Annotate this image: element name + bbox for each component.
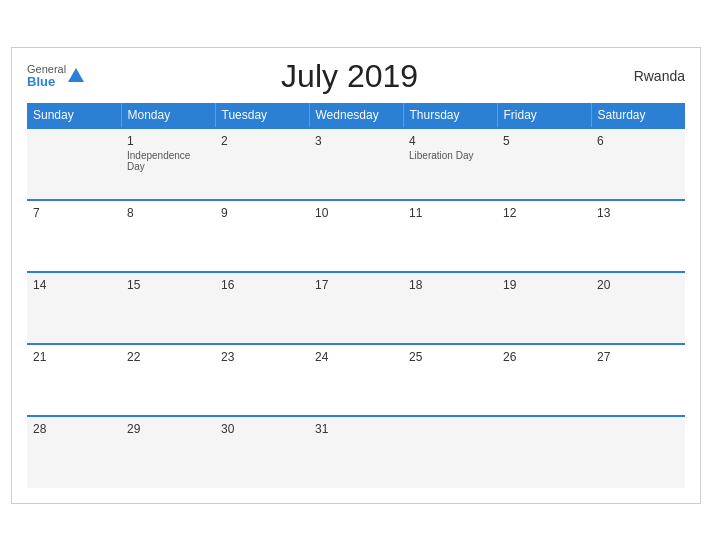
day-number: 7 [33,206,115,220]
calendar-body: 1Independence Day234Liberation Day567891… [27,128,685,488]
day-number: 28 [33,422,115,436]
calendar-week-row: 78910111213 [27,200,685,272]
day-number: 18 [409,278,491,292]
day-number: 15 [127,278,209,292]
header-monday: Monday [121,103,215,128]
calendar-day-cell [591,416,685,488]
calendar-day-cell: 21 [27,344,121,416]
calendar-day-cell: 17 [309,272,403,344]
day-number: 4 [409,134,491,148]
logo-blue-text: Blue [27,75,66,89]
header-saturday: Saturday [591,103,685,128]
calendar-header: General Blue July 2019 Rwanda [27,58,685,95]
calendar-week-row: 28293031 [27,416,685,488]
day-number: 14 [33,278,115,292]
calendar-day-cell: 25 [403,344,497,416]
calendar-day-cell: 18 [403,272,497,344]
calendar-day-cell: 20 [591,272,685,344]
calendar-day-cell: 14 [27,272,121,344]
day-number: 24 [315,350,397,364]
day-number: 21 [33,350,115,364]
day-number: 6 [597,134,679,148]
header-friday: Friday [497,103,591,128]
header-sunday: Sunday [27,103,121,128]
weekday-header-row: Sunday Monday Tuesday Wednesday Thursday… [27,103,685,128]
day-number: 27 [597,350,679,364]
calendar-day-cell: 7 [27,200,121,272]
calendar-week-row: 14151617181920 [27,272,685,344]
calendar-day-cell [403,416,497,488]
day-number: 17 [315,278,397,292]
calendar-day-cell: 24 [309,344,403,416]
calendar-day-cell: 15 [121,272,215,344]
country-label: Rwanda [615,68,685,84]
day-number: 5 [503,134,585,148]
day-number: 23 [221,350,303,364]
logo-triangle-icon [68,68,84,82]
holiday-label: Liberation Day [409,150,491,161]
day-number: 26 [503,350,585,364]
calendar-title: July 2019 [84,58,615,95]
day-number: 9 [221,206,303,220]
calendar-day-cell: 3 [309,128,403,200]
calendar-day-cell: 22 [121,344,215,416]
calendar-day-cell: 28 [27,416,121,488]
calendar-day-cell: 6 [591,128,685,200]
calendar-day-cell: 29 [121,416,215,488]
day-number: 19 [503,278,585,292]
calendar-day-cell: 19 [497,272,591,344]
day-number: 20 [597,278,679,292]
calendar-day-cell: 16 [215,272,309,344]
logo: General Blue [27,63,84,89]
holiday-label: Independence Day [127,150,209,172]
day-number: 3 [315,134,397,148]
calendar-day-cell [27,128,121,200]
calendar-day-cell: 1Independence Day [121,128,215,200]
calendar-week-row: 21222324252627 [27,344,685,416]
calendar-day-cell: 10 [309,200,403,272]
day-number: 25 [409,350,491,364]
calendar-day-cell: 23 [215,344,309,416]
day-number: 16 [221,278,303,292]
calendar-day-cell: 4Liberation Day [403,128,497,200]
calendar-day-cell: 13 [591,200,685,272]
calendar-day-cell: 12 [497,200,591,272]
day-number: 29 [127,422,209,436]
calendar: General Blue July 2019 Rwanda Sunday Mon… [11,47,701,504]
calendar-day-cell: 26 [497,344,591,416]
calendar-day-cell [497,416,591,488]
calendar-table: Sunday Monday Tuesday Wednesday Thursday… [27,103,685,488]
calendar-day-cell: 2 [215,128,309,200]
day-number: 11 [409,206,491,220]
calendar-day-cell: 27 [591,344,685,416]
calendar-day-cell: 9 [215,200,309,272]
day-number: 8 [127,206,209,220]
day-number: 10 [315,206,397,220]
header-thursday: Thursday [403,103,497,128]
header-wednesday: Wednesday [309,103,403,128]
day-number: 12 [503,206,585,220]
day-number: 22 [127,350,209,364]
day-number: 30 [221,422,303,436]
day-number: 2 [221,134,303,148]
calendar-day-cell: 11 [403,200,497,272]
day-number: 13 [597,206,679,220]
calendar-day-cell: 31 [309,416,403,488]
calendar-day-cell: 5 [497,128,591,200]
calendar-day-cell: 30 [215,416,309,488]
day-number: 31 [315,422,397,436]
calendar-day-cell: 8 [121,200,215,272]
day-number: 1 [127,134,209,148]
header-tuesday: Tuesday [215,103,309,128]
calendar-week-row: 1Independence Day234Liberation Day56 [27,128,685,200]
